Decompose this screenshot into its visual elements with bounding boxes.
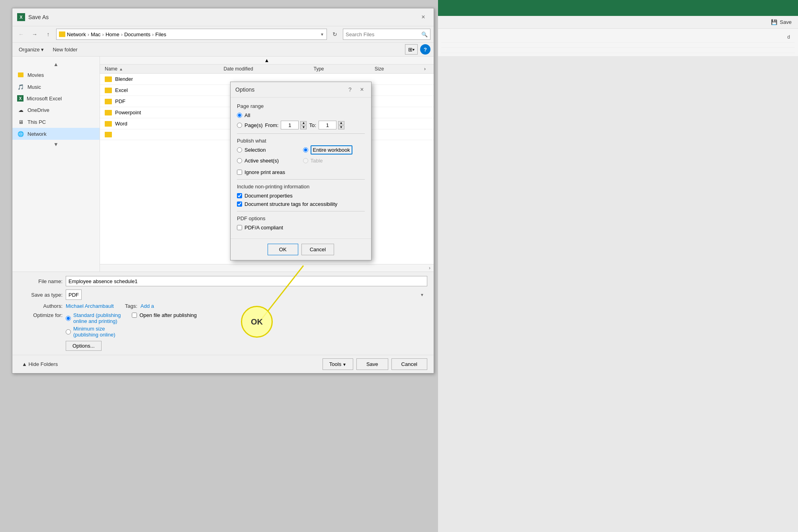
savetype-select[interactable]: PDF: [66, 289, 82, 300]
authors-value[interactable]: Michael Archambault: [66, 303, 114, 309]
ignore-print-areas-label[interactable]: Ignore print areas: [244, 169, 285, 175]
search-icon: 🔍: [421, 31, 428, 37]
bottom-action-buttons: Hide Folders Tools Save Cancel: [12, 355, 434, 373]
dialog-close-button[interactable]: ×: [358, 85, 366, 94]
dialog-ok-button[interactable]: OK: [268, 244, 298, 255]
structure-tags-label[interactable]: Document structure tags for accessibilit…: [244, 201, 337, 207]
sidebar-item-movies[interactable]: Movies: [12, 69, 100, 81]
from-input[interactable]: [281, 121, 299, 129]
pdfa-label[interactable]: PDF/A compliant: [244, 225, 283, 231]
all-radio[interactable]: [237, 113, 242, 118]
forward-button[interactable]: →: [29, 29, 40, 40]
pages-radio[interactable]: [237, 123, 242, 128]
file-name-pdf: PDF: [115, 98, 233, 104]
excel-save-button[interactable]: 💾 Save: [771, 19, 792, 25]
tags-link[interactable]: Add a: [141, 303, 154, 309]
authors-row: Authors: Michael Archambault Tags: Add a: [19, 303, 427, 309]
organize-button[interactable]: Organize ▾: [16, 45, 47, 54]
breadcrumb-bar[interactable]: Network › Mac › Home › Documents › Files…: [56, 29, 327, 40]
save-button[interactable]: Save: [356, 358, 388, 370]
view-button[interactable]: ⊞ ▾: [405, 44, 418, 55]
from-up-btn[interactable]: ▲: [300, 121, 307, 125]
authors-label: Authors:: [19, 303, 63, 309]
structure-tags-checkbox[interactable]: [237, 201, 242, 207]
file-name-powerpoint: Powerpoint: [115, 110, 233, 115]
sidebar-item-excel[interactable]: X Microsoft Excel: [12, 93, 100, 104]
breadcrumb-dropdown-arrow[interactable]: ▼: [320, 32, 324, 37]
sidebar-item-network[interactable]: 🌐 Network: [12, 128, 100, 140]
name-sort-icon: ▲: [119, 67, 123, 71]
sep2: ›: [102, 31, 104, 37]
pdfa-checkbox[interactable]: [237, 225, 242, 230]
col-header-size[interactable]: Size: [375, 66, 384, 72]
col-header-name[interactable]: Name: [105, 66, 117, 72]
active-sheets-label[interactable]: Active sheet(s): [244, 158, 279, 164]
search-input[interactable]: [346, 31, 420, 37]
from-down-btn[interactable]: ▼: [300, 125, 307, 129]
all-label[interactable]: All: [244, 112, 250, 118]
optimize-minimum-option[interactable]: Minimum size(publishing online): [66, 326, 121, 338]
optimize-standard-radio[interactable]: [66, 316, 71, 321]
sidebar-scroll-up[interactable]: ▲: [12, 60, 100, 69]
entire-workbook-radio[interactable]: [303, 147, 308, 153]
scroll-right[interactable]: ›: [424, 66, 429, 72]
ignore-print-areas-checkbox[interactable]: [237, 170, 242, 175]
table-label: Table: [311, 158, 323, 164]
computer-icon: 🖥: [17, 118, 24, 125]
hide-folders-button[interactable]: Hide Folders: [19, 361, 319, 367]
cancel-button[interactable]: Cancel: [391, 358, 427, 370]
titlebar: X Save As ×: [12, 8, 434, 26]
tools-button[interactable]: Tools: [323, 358, 353, 370]
optimize-minimum-radio[interactable]: [66, 329, 71, 334]
bottom-form-section: File name: Save as type: PDF Authors: Mi…: [12, 272, 434, 355]
pages-label[interactable]: Page(s): [244, 122, 263, 128]
excel-ribbon: [438, 0, 798, 16]
open-after-publish-row: Open file after publishing: [132, 312, 197, 318]
entire-workbook-label[interactable]: Entire workbook: [311, 147, 352, 153]
to-input[interactable]: [319, 121, 336, 129]
to-up-btn[interactable]: ▲: [338, 121, 344, 125]
filelist-scroll-up[interactable]: ▲: [100, 57, 434, 65]
window-close-button[interactable]: ×: [418, 12, 429, 23]
options-button[interactable]: Options...: [66, 341, 102, 351]
doc-properties-label[interactable]: Document properties: [244, 193, 293, 199]
savetype-label: Save as type:: [19, 292, 63, 298]
new-folder-button[interactable]: New folder: [49, 45, 80, 54]
sidebar-scroll-down[interactable]: ▼: [12, 140, 100, 149]
options-btn-row: Options...: [19, 341, 427, 351]
structure-tags-row: Document structure tags for accessibilit…: [237, 201, 365, 207]
doc-properties-checkbox[interactable]: [237, 193, 242, 198]
excel-sidebar-icon: X: [17, 95, 23, 102]
col-header-date[interactable]: Date modified: [224, 66, 253, 72]
sidebar-item-onedrive[interactable]: ☁ OneDrive: [12, 104, 100, 116]
dialog-help-button[interactable]: ?: [346, 85, 354, 94]
refresh-button[interactable]: ↻: [329, 29, 340, 40]
all-radio-row: All: [237, 112, 365, 118]
selection-radio[interactable]: [237, 147, 242, 153]
breadcrumb-network: Network: [67, 31, 86, 37]
svg-rect-0: [18, 72, 23, 77]
back-button[interactable]: ←: [16, 29, 27, 40]
sidebar-item-thispc[interactable]: 🖥 This PC: [12, 116, 100, 128]
open-after-publish-checkbox[interactable]: [132, 313, 137, 318]
to-spinner-btns: ▲ ▼: [338, 121, 344, 129]
filename-input[interactable]: [66, 276, 427, 286]
optimize-standard-option[interactable]: Standard (publishingonline and printing): [66, 312, 121, 324]
selection-label[interactable]: Selection: [244, 147, 266, 153]
up-button[interactable]: ↑: [43, 29, 54, 40]
dialog-cancel-button[interactable]: Cancel: [301, 244, 334, 255]
col-header-type[interactable]: Type: [313, 66, 324, 72]
sidebar-label-thispc: This PC: [27, 119, 46, 125]
from-spinner-btns: ▲ ▼: [300, 121, 307, 129]
to-down-btn[interactable]: ▼: [338, 125, 344, 129]
active-sheets-radio[interactable]: [237, 158, 242, 163]
excel-save-area: 💾 Save: [438, 16, 798, 29]
scroll-right-btn[interactable]: ›: [429, 265, 430, 271]
right-file-row-2: [441, 43, 795, 48]
table-radio-row: Table: [303, 158, 365, 164]
help-button[interactable]: ?: [420, 44, 430, 55]
table-radio[interactable]: [303, 158, 308, 163]
dialog-buttons: OK Cancel: [231, 239, 371, 260]
breadcrumb-documents: Documents: [124, 31, 151, 37]
sidebar-item-music[interactable]: 🎵 Music: [12, 81, 100, 93]
